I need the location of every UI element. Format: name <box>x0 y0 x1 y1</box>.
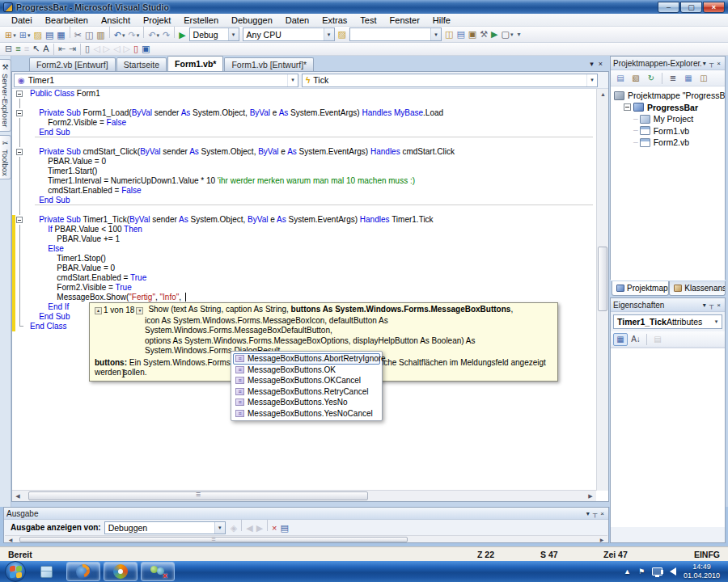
tool-window-tab[interactable]: Klassenansi... <box>669 281 726 296</box>
code-line[interactable]: PBAR.Value = 0 <box>12 157 596 167</box>
scroll-right-icon[interactable]: ▶ <box>596 536 607 542</box>
tree-item[interactable]: ─Form2.vb <box>611 137 725 149</box>
output-horizontal-scrollbar[interactable]: ◀ ▶ <box>5 535 607 542</box>
outlining-margin[interactable] <box>15 215 25 225</box>
document-tab[interactable]: Form1.vb [Entwurf]* <box>224 57 314 71</box>
outlining-margin[interactable] <box>15 147 25 157</box>
out-clear-icon[interactable]: × <box>270 521 278 535</box>
code-line[interactable]: Timer1.Start() <box>12 167 596 176</box>
chevron-down-icon[interactable]: ▾ <box>228 28 239 40</box>
out-next-message-icon[interactable]: ▶ <box>255 521 265 535</box>
scroll-up-icon[interactable]: ▲ <box>597 89 609 99</box>
taskbar-clock[interactable]: 14:49 01.04.2010 <box>684 563 720 580</box>
next-bookmark-icon[interactable]: ▷ <box>102 42 112 56</box>
close-button[interactable]: × <box>703 2 725 13</box>
code-line[interactable] <box>12 99 596 108</box>
find-in-files-icon[interactable]: ▨ <box>336 27 348 41</box>
code-line[interactable]: Private Sub cmdStart_Click(ByVal sender … <box>12 147 596 157</box>
debug-configuration-combo[interactable]: Debug ▾ <box>189 27 239 41</box>
completion-item[interactable]: ≡MessageBoxButtons.YesNoCancel <box>233 408 380 420</box>
tree-item[interactable]: ─Form1.vb <box>611 125 725 137</box>
firefox-icon[interactable] <box>66 562 100 581</box>
props-property-pages-icon[interactable]: ▤ <box>650 333 665 346</box>
active-files-dropdown-icon[interactable]: ▾ <box>590 60 594 68</box>
menu-item-ansicht[interactable]: Ansicht <box>95 15 137 26</box>
virtualbox-icon[interactable] <box>29 562 63 581</box>
se-view-code-icon[interactable]: ≣ <box>666 72 680 85</box>
code-line[interactable]: Public Class Form1 <box>12 89 596 99</box>
code-line[interactable]: Form2.Visible = True <box>12 283 596 293</box>
properties-window-icon[interactable]: ▤ <box>455 27 466 41</box>
comment-selection-icon[interactable]: ≡ <box>14 42 22 56</box>
document-tab[interactable]: Form1.vb* <box>167 56 223 71</box>
output-source-combo[interactable]: Debuggen ▾ <box>104 521 226 534</box>
increase-indent-icon[interactable]: ⇥ <box>67 42 78 56</box>
code-line[interactable]: PBAR.Value = 0 <box>12 264 596 273</box>
menu-item-test[interactable]: Test <box>353 15 383 26</box>
code-line[interactable]: Form2.Visible = False <box>12 118 596 128</box>
overload-up-icon[interactable]: ▲ <box>95 307 102 314</box>
start-page-icon[interactable]: ▶ <box>489 27 499 41</box>
code-line[interactable]: MessageBox.Show("Fertig", "Info", <box>12 293 596 302</box>
props-alphabetical-icon[interactable]: A↓ <box>629 333 643 346</box>
window-position-icon[interactable]: ▾ <box>701 302 708 309</box>
minimize-button[interactable]: – <box>658 2 679 13</box>
menu-item-fenster[interactable]: Fenster <box>383 15 426 26</box>
volume-icon[interactable] <box>670 567 676 576</box>
scroll-left-icon[interactable]: ◀ <box>5 536 16 542</box>
se-refresh-icon[interactable]: ↻ <box>644 72 658 85</box>
start-button[interactable] <box>5 561 26 582</box>
document-tab[interactable]: Startseite <box>116 57 167 71</box>
chevron-down-icon[interactable]: ▾ <box>586 74 597 86</box>
code-line[interactable]: PBAR.Value += 1 <box>12 234 596 244</box>
events-combo[interactable]: ϟ Tick ▾ <box>302 74 598 87</box>
next-bookmark-folder-icon[interactable]: ▷ <box>122 42 132 56</box>
scroll-right-icon[interactable]: ▶ <box>585 491 596 501</box>
completion-item[interactable]: ≡MessageBoxButtons.AbortRetryIgnore <box>233 353 380 365</box>
code-line[interactable]: Private Sub Form1_Load(ByVal sender As S… <box>12 108 596 118</box>
code-line[interactable]: Timer1.Stop() <box>12 254 596 264</box>
action-center-flag-icon[interactable]: ⚑ <box>638 567 645 576</box>
platform-combo[interactable]: Any CPU ▾ <box>243 27 335 41</box>
tree-expander-icon[interactable] <box>624 103 631 111</box>
code-line[interactable]: cmdStart.Enabled = True <box>12 273 596 283</box>
code-line[interactable]: cmdStart.Enabled = False <box>12 186 596 196</box>
close-panel-icon[interactable]: × <box>715 302 722 309</box>
navigate-forward-icon[interactable]: ↷ <box>161 28 171 42</box>
scroll-left-icon[interactable]: ◀ <box>12 491 23 501</box>
tool-window-tab[interactable]: Projektmapp... <box>612 281 669 296</box>
tree-item[interactable]: Projektmappe "ProgressBar" (1 <box>611 90 725 102</box>
overload-down-icon[interactable]: ▼ <box>136 307 143 314</box>
close-panel-icon[interactable]: × <box>715 60 722 67</box>
prev-bookmark-folder-icon[interactable]: ◁ <box>112 42 121 56</box>
outlining-margin[interactable] <box>15 89 25 99</box>
out-word-wrap-icon[interactable]: ▤ <box>279 521 290 535</box>
paste-icon[interactable]: ▥ <box>95 28 106 42</box>
uncomment-selection-icon[interactable]: ≡ <box>23 42 31 56</box>
menu-item-hilfe[interactable]: Hilfe <box>426 15 457 26</box>
out-prev-message-icon[interactable]: ◀ <box>244 521 254 535</box>
select-pointer-icon[interactable]: ↖ <box>31 42 41 56</box>
navigate-back-icon[interactable]: ↶▾ <box>146 28 161 42</box>
code-line[interactable]: End Sub <box>12 196 596 205</box>
output-titlebar[interactable]: Ausgabe ▾ ┬ × <box>4 508 608 520</box>
properties-grid[interactable] <box>611 348 725 527</box>
completion-item[interactable]: ≡MessageBoxButtons.YesNo <box>233 397 380 408</box>
save-bookmarks-icon[interactable]: ▣ <box>140 42 151 56</box>
editor-vertical-scrollbar[interactable]: ▲ <box>596 89 608 491</box>
solution-explorer-titlebar[interactable]: Projektmappen-Explorer... ▾ ┬ × <box>611 57 725 70</box>
properties-object-combo[interactable]: Timer1_Tick Attributes ▾ <box>613 314 722 329</box>
se-class-diagram-icon[interactable]: ◫ <box>696 72 711 85</box>
code-line[interactable] <box>12 137 596 147</box>
auto-hide-pin-icon[interactable]: ┬ <box>708 60 716 67</box>
tree-item[interactable]: ProgressBar <box>611 102 725 114</box>
chevron-down-icon[interactable]: ▾ <box>214 522 225 534</box>
decrease-indent-icon[interactable]: ⇤ <box>57 42 67 56</box>
menu-item-datei[interactable]: Datei <box>5 15 39 26</box>
toolbox-tab[interactable]: ✂Toolbox <box>0 135 11 180</box>
close-document-icon[interactable]: × <box>599 60 603 68</box>
visual-studio-icon[interactable] <box>104 562 138 581</box>
messenger-icon[interactable]: × <box>141 562 175 581</box>
code-line[interactable]: Else <box>12 244 596 254</box>
toolbar-overflow-icon[interactable]: ▾ <box>518 31 521 38</box>
